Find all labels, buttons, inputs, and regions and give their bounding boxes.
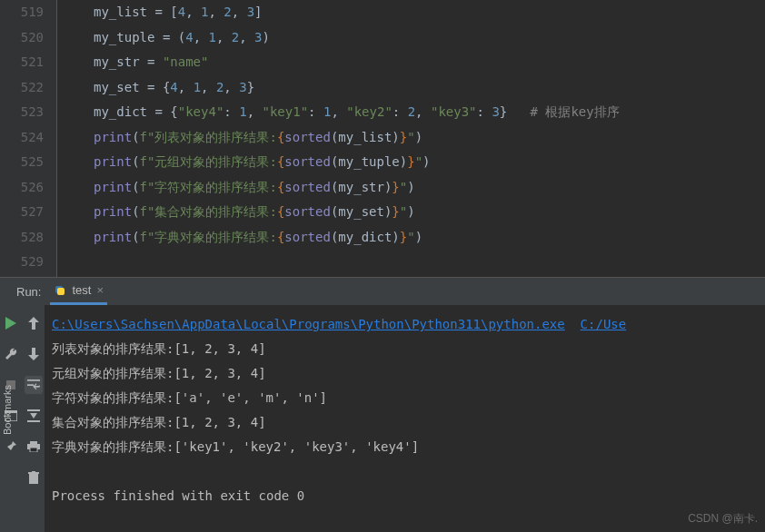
- code-line-519[interactable]: my_list = [4, 1, 2, 3]: [94, 0, 765, 25]
- run-header: Run: test ×: [0, 278, 765, 305]
- console-output[interactable]: C:\Users\Sachsen\AppData\Local\Programs\…: [45, 305, 765, 532]
- run-tool-window: Run: test ×: [0, 277, 765, 532]
- line-number: 528: [9, 225, 44, 251]
- code-editor[interactable]: 519520521522523524525526527528529 my_lis…: [0, 0, 765, 277]
- code-line-525[interactable]: print(f"元组对象的排序结果:{sorted(my_tuple)}"): [94, 150, 765, 175]
- line-number: 526: [9, 175, 44, 201]
- python-icon: [54, 284, 66, 297]
- scroll-to-end-icon[interactable]: [25, 407, 43, 425]
- svg-rect-4: [30, 441, 37, 444]
- soft-wrap-icon[interactable]: [25, 376, 43, 394]
- line-number: 527: [9, 200, 44, 225]
- code-line-528[interactable]: print(f"字典对象的排序结果:{sorted(my_dict)}"): [94, 225, 765, 251]
- line-number: 521: [9, 50, 44, 75]
- line-number: 529: [9, 250, 44, 275]
- code-line-523[interactable]: my_dict = {"key4": 1, "key1": 1, "key2":…: [94, 100, 765, 125]
- line-number: 520: [9, 25, 44, 51]
- code-line-524[interactable]: print(f"列表对象的排序结果:{sorted(my_list)}"): [94, 125, 765, 151]
- close-icon[interactable]: ×: [96, 283, 104, 297]
- bookmarks-label: Bookmarks: [2, 385, 13, 435]
- run-tab-label: test: [72, 283, 91, 297]
- interpreter-link[interactable]: C:\Users\Sachsen\AppData\Local\Programs\…: [52, 317, 565, 331]
- code-line-521[interactable]: my_str = "name": [94, 50, 765, 75]
- line-number: 522: [9, 75, 44, 101]
- svg-rect-8: [28, 472, 39, 474]
- code-line-527[interactable]: print(f"集合对象的排序结果:{sorted(my_set)}"): [94, 200, 765, 225]
- code-line-520[interactable]: my_tuple = (4, 1, 2, 3): [94, 25, 765, 51]
- line-number: 523: [9, 100, 44, 125]
- svg-rect-3: [27, 409, 40, 411]
- svg-rect-2: [27, 420, 40, 422]
- wrench-icon[interactable]: [2, 345, 20, 363]
- code-line-529[interactable]: [94, 250, 765, 275]
- run-label: Run:: [16, 285, 41, 299]
- code-line-526[interactable]: print(f"字符对象的排序结果:{sorted(my_str)}"): [94, 175, 765, 201]
- print-icon[interactable]: [25, 438, 43, 456]
- line-number: 519: [9, 0, 44, 25]
- watermark: CSDN @南卡.: [688, 511, 758, 527]
- bookmarks-tool-tab[interactable]: Bookmarks: [0, 381, 15, 438]
- down-arrow-icon[interactable]: [25, 345, 43, 363]
- pin-icon[interactable]: [2, 438, 20, 456]
- svg-rect-6: [30, 448, 37, 452]
- svg-rect-7: [29, 474, 38, 484]
- code-line-522[interactable]: my_set = {4, 1, 2, 3}: [94, 75, 765, 101]
- run-tab-test[interactable]: test ×: [50, 278, 107, 305]
- svg-rect-9: [32, 471, 35, 472]
- line-number: 524: [9, 125, 44, 151]
- line-number-gutter: 519520521522523524525526527528529: [0, 0, 56, 277]
- line-number: 525: [9, 150, 44, 175]
- rerun-icon[interactable]: [2, 314, 20, 332]
- script-link[interactable]: C:/Use: [581, 317, 627, 331]
- code-content[interactable]: my_list = [4, 1, 2, 3]my_tuple = (4, 1, …: [56, 0, 765, 277]
- trash-icon[interactable]: [25, 468, 43, 487]
- up-arrow-icon[interactable]: [25, 314, 43, 332]
